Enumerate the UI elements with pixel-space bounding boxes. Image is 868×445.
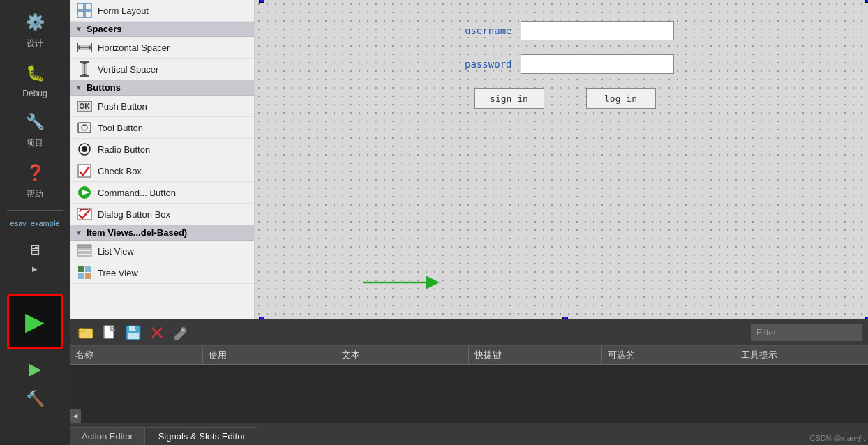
sidebar-item-play[interactable]: ▶ xyxy=(7,294,63,349)
username-row: username xyxy=(456,21,674,40)
tab-signals-slots[interactable]: Signals & Slots Editor xyxy=(147,427,257,445)
toolbar-new-file-btn[interactable] xyxy=(99,323,120,342)
watermark: CSDN @xian子. xyxy=(809,433,865,444)
svg-rect-31 xyxy=(78,273,84,279)
widget-label-tree-view: Tree View xyxy=(98,268,138,278)
category-item-views[interactable]: ▼ Item Views...del-Based) xyxy=(70,225,254,241)
svg-rect-41 xyxy=(128,333,139,339)
main-area: Form Layout ▼ Spacers xyxy=(70,0,868,445)
help-icon: ❓ xyxy=(22,160,47,186)
sidebar-item-project[interactable]: 🔧 项目 xyxy=(3,105,66,153)
action-toolbar xyxy=(70,319,868,346)
check-box-icon xyxy=(77,163,92,179)
item-views-arrow: ▼ xyxy=(75,229,82,236)
svg-point-45 xyxy=(181,329,184,331)
dialog-button-box-icon xyxy=(77,206,92,222)
widget-label-dialog-button-box: Dialog Button Box xyxy=(98,209,170,220)
svg-rect-40 xyxy=(129,326,136,331)
item-views-label: Item Views...del-Based) xyxy=(87,227,187,238)
username-label: esay_example xyxy=(10,219,60,227)
widget-item-h-spacer[interactable]: Horizontal Spacer xyxy=(70,37,254,59)
svg-rect-0 xyxy=(77,3,84,10)
svg-rect-1 xyxy=(85,3,91,10)
build-icon: 🔨 xyxy=(26,390,45,408)
widget-item-tool-button[interactable]: Tool Button xyxy=(70,117,254,139)
sidebar-item-monitor-debug[interactable] xyxy=(3,280,66,288)
project-icon: 🔧 xyxy=(22,110,47,135)
category-spacers[interactable]: ▼ Spacers xyxy=(70,22,254,37)
radio-button-icon xyxy=(77,142,92,157)
widget-label-form-layout: Form Layout xyxy=(98,6,149,16)
bottom-tabs: Action Editor Signals & Slots Editor xyxy=(70,423,868,445)
widget-item-check-box[interactable]: Check Box xyxy=(70,160,254,182)
h-spacer-icon xyxy=(77,40,92,55)
list-view-icon xyxy=(77,243,92,259)
filter-input[interactable] xyxy=(751,324,862,341)
category-buttons[interactable]: ▼ Buttons xyxy=(70,80,254,96)
left-sidebar: ⚙️ 设计 🐛 Debug 🔧 项目 ❓ 帮助 esay_example 🖥 ▶… xyxy=(0,0,70,445)
spacers-label: Spacers xyxy=(87,24,122,34)
table-header: 名称 使用 文本 快捷键 可选的 工具提示 xyxy=(70,346,868,365)
design-icon: ⚙️ xyxy=(22,10,47,35)
password-input[interactable] xyxy=(521,54,674,74)
toolbar-wrench-btn[interactable] xyxy=(170,323,191,342)
svg-rect-3 xyxy=(85,11,91,17)
svg-rect-36 xyxy=(79,329,84,331)
tab-action-editor[interactable]: Action Editor xyxy=(70,427,145,445)
svg-rect-42 xyxy=(135,326,138,330)
sidebar-item-debug[interactable]: 🐛 Debug xyxy=(3,56,66,103)
svg-rect-30 xyxy=(85,266,91,272)
svg-rect-26 xyxy=(77,245,91,248)
widget-item-v-spacer[interactable]: Vertical Spacer xyxy=(70,59,254,80)
sidebar-item-build[interactable]: 🔨 xyxy=(3,386,66,412)
widget-label-h-spacer: Horizontal Spacer xyxy=(98,43,170,53)
debug-icon: 🐛 xyxy=(22,61,47,86)
widget-label-push-button: Push Button xyxy=(98,101,147,112)
annotation-arrow xyxy=(363,272,447,293)
toolbar-new-folder-btn[interactable] xyxy=(75,323,96,342)
play-icon: ▶ xyxy=(25,307,45,336)
widget-label-v-spacer: Vertical Spacer xyxy=(98,64,158,75)
form-layout-icon xyxy=(77,3,92,18)
top-area: Form Layout ▼ Spacers xyxy=(70,0,868,319)
signin-button[interactable]: sign in xyxy=(474,88,544,109)
widget-label-command-button: Command... Button xyxy=(98,188,176,198)
login-button[interactable]: log in xyxy=(586,88,656,109)
sidebar-item-run2[interactable]: ▶ xyxy=(3,355,66,383)
svg-rect-28 xyxy=(77,253,91,256)
widget-item-command-button[interactable]: Command... Button xyxy=(70,182,254,204)
col-used: 使用 xyxy=(203,346,336,364)
sidebar-item-help[interactable]: ❓ 帮助 xyxy=(3,156,66,204)
widget-label-tool-button: Tool Button xyxy=(98,123,143,133)
svg-rect-2 xyxy=(77,11,84,17)
widget-item-push-button[interactable]: OK Push Button xyxy=(70,96,254,117)
form-content: username password sign in log in xyxy=(262,0,868,319)
push-button-icon: OK xyxy=(77,98,92,114)
svg-rect-27 xyxy=(77,249,91,252)
sidebar-item-monitor[interactable]: 🖥 ▶ xyxy=(3,233,66,277)
command-button-icon xyxy=(77,185,92,200)
svg-rect-29 xyxy=(78,266,84,272)
svg-rect-16 xyxy=(78,123,91,133)
debug-label: Debug xyxy=(22,89,47,98)
col-shortcut: 快捷键 xyxy=(469,346,602,364)
widget-item-tree-view[interactable]: Tree View xyxy=(70,262,254,284)
svg-point-17 xyxy=(82,125,87,130)
buttons-arrow: ▼ xyxy=(75,84,82,91)
username-input[interactable] xyxy=(521,21,674,40)
spacers-arrow: ▼ xyxy=(75,25,82,33)
sidebar-item-design[interactable]: ⚙️ 设计 xyxy=(3,6,66,54)
widget-item-list-view[interactable]: List View xyxy=(70,241,254,262)
username-label: username xyxy=(456,25,512,36)
monitor-label: ▶ xyxy=(32,265,38,273)
col-name: 名称 xyxy=(70,346,203,364)
toolbar-delete-btn[interactable] xyxy=(147,323,167,342)
col-text: 文本 xyxy=(336,346,470,364)
scroll-left-btn[interactable]: ◄ xyxy=(70,409,81,423)
col-tooltip: 工具提示 xyxy=(735,346,868,364)
toolbar-save-btn[interactable] xyxy=(123,323,144,342)
widget-item-radio-button[interactable]: Radio Button xyxy=(70,139,254,160)
widget-item-form-layout[interactable]: Form Layout xyxy=(70,0,254,22)
sidebar-divider-1 xyxy=(7,210,63,211)
widget-item-dialog-button-box[interactable]: Dialog Button Box xyxy=(70,204,254,225)
